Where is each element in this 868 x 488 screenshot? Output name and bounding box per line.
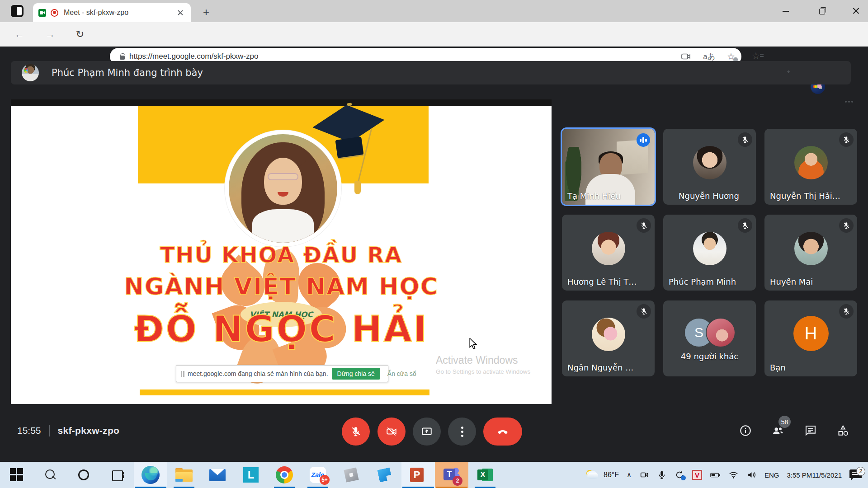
start-button[interactable] (0, 462, 33, 488)
weather-icon (585, 470, 599, 480)
battery-icon[interactable] (710, 470, 721, 480)
volume-icon[interactable] (746, 470, 757, 480)
presenter-avatar (22, 64, 39, 81)
taskbar-powerpoint-button[interactable]: P (401, 462, 435, 488)
overflow-participants-tile[interactable]: S 49 người khác (663, 300, 756, 376)
self-tile[interactable]: H Bạn (764, 300, 857, 376)
teams-badge: 2 (453, 476, 462, 486)
taskbar-clock[interactable]: 3:55 PM 11/5/2021 (787, 471, 842, 479)
reload-button[interactable]: ↻ (73, 28, 87, 41)
forward-button[interactable]: → (43, 28, 57, 41)
participant-tile[interactable]: Nguyễn Thị Hải… (764, 129, 857, 205)
tray-microphone-icon[interactable] (657, 470, 667, 480)
recording-indicator-icon (51, 9, 58, 17)
tray-sync-icon[interactable] (675, 470, 684, 480)
slide-bottom-bar (140, 389, 429, 395)
participant-name: Hương Lê Thị T… (567, 277, 637, 286)
cortana-button[interactable] (67, 462, 100, 488)
participant-avatar (592, 232, 625, 265)
activities-button[interactable] (836, 424, 850, 437)
lock-icon[interactable] (120, 56, 125, 60)
mic-off-icon (637, 304, 651, 319)
language-indicator[interactable]: ENG (764, 471, 779, 479)
meet-right-controls: 58 (739, 424, 850, 437)
meet-favicon-icon (38, 9, 46, 17)
taskbar-l-app-button[interactable]: L (234, 462, 268, 488)
search-icon (43, 468, 57, 482)
participant-tile[interactable]: Phúc Phạm Minh (663, 215, 756, 291)
self-name: Bạn (770, 363, 786, 372)
taskbar-search-button[interactable] (33, 462, 67, 488)
mail-icon (209, 469, 226, 481)
participants-button[interactable]: 58 (771, 424, 785, 437)
task-view-icon (110, 469, 124, 481)
participant-tile[interactable]: Huyền Mai (764, 215, 857, 291)
taskbar-excel-button[interactable]: X (468, 462, 502, 488)
tab-capture-camera-icon[interactable] (680, 51, 691, 62)
wifi-icon[interactable] (728, 470, 739, 480)
tab-title: Meet - skf-pkxw-zpo (64, 9, 175, 17)
mic-mute-button[interactable] (342, 418, 370, 446)
tab-close-icon[interactable] (175, 8, 185, 18)
present-button[interactable] (413, 418, 441, 446)
taskbar-zalo-button[interactable]: Zalo5+ (301, 462, 335, 488)
window-minimize-button[interactable] (779, 5, 793, 17)
slide-title-line1: THỦ KHOA ĐẦU RA (11, 242, 552, 267)
workspaces-icon[interactable] (11, 5, 24, 17)
taskbar-roblox-button[interactable] (335, 462, 368, 488)
chat-button[interactable] (804, 424, 817, 437)
window-restore-button[interactable] (815, 5, 829, 17)
taskbar-chrome-button[interactable] (268, 462, 301, 488)
zalo-badge: 5+ (320, 475, 330, 485)
participant-tile[interactable]: Ngân Nguyễn … (562, 300, 655, 376)
powerpoint-icon: P (410, 467, 426, 483)
window-close-button[interactable] (849, 5, 863, 17)
taskbar-roblox-studio-button[interactable] (368, 462, 401, 488)
participant-avatar (592, 318, 625, 351)
excel-icon: X (477, 467, 493, 483)
taskbar-file-explorer-button[interactable] (167, 462, 201, 488)
taskbar-teams-button[interactable]: T2 (435, 462, 468, 488)
task-view-button[interactable] (100, 462, 134, 488)
camera-off-button[interactable] (377, 418, 406, 446)
mic-off-icon (839, 218, 854, 233)
unikey-icon[interactable]: V (692, 470, 702, 480)
back-button[interactable]: ← (13, 28, 26, 41)
tray-camera-icon[interactable] (639, 470, 649, 480)
windows-logo-icon (10, 468, 24, 482)
participant-avatar (794, 146, 828, 179)
taskbar-edge-button[interactable] (134, 462, 167, 488)
presenting-banner-text: Phúc Phạm Minh đang trình bày (52, 67, 203, 78)
screen-share-toast: meet.google.com đang chia sẻ màn hình củ… (176, 365, 388, 382)
browser-menu-icon[interactable] (842, 94, 857, 109)
slide-top-bar (11, 99, 552, 106)
translate-icon[interactable]: aあ (703, 52, 715, 62)
participant-name: Ngân Nguyễn … (567, 363, 633, 372)
stop-sharing-button[interactable]: Dừng chia sẻ (332, 368, 380, 380)
browser-tab[interactable]: Meet - skf-pkxw-zpo (33, 3, 191, 22)
more-options-button[interactable] (448, 418, 476, 446)
participant-count-badge: 58 (778, 416, 791, 428)
roblox-icon (344, 467, 359, 482)
leave-call-button[interactable] (483, 418, 522, 446)
hide-window-link[interactable]: Ẩn cửa sổ (387, 370, 416, 377)
activate-windows-watermark: Activate Windows Go to Settings to activ… (436, 354, 530, 375)
participant-name: Tạ Minh Hiếu (567, 191, 621, 201)
meeting-code: skf-pkxw-zpo (58, 425, 120, 436)
sync-status-dot (681, 475, 686, 480)
clock-time: 3:55 PM (787, 471, 812, 479)
taskbar-mail-button[interactable] (201, 462, 234, 488)
meeting-details-button[interactable] (739, 424, 752, 437)
url-text[interactable]: https://meet.google.com/skf-pkxw-zpo (129, 52, 669, 61)
temperature-label: 86°F (604, 471, 619, 479)
tray-overflow-chevron-icon[interactable]: ∧ (627, 471, 632, 479)
participant-tile[interactable]: Nguyễn Hương (663, 129, 756, 205)
overflow-count-label: 49 người khác (663, 352, 756, 361)
add-favorite-icon[interactable]: ☆ (727, 52, 735, 61)
slide-title-line2: NGÀNH VIỆT NAM HỌC (11, 273, 552, 300)
new-tab-button[interactable]: + (199, 5, 213, 20)
weather-widget[interactable]: 86°F (585, 470, 619, 480)
participant-tile-video[interactable]: Tạ Minh Hiếu (562, 129, 655, 205)
participant-tile[interactable]: Hương Lê Thị T… (562, 215, 655, 291)
presenting-banner: Phúc Phạm Minh đang trình bày (11, 61, 851, 84)
